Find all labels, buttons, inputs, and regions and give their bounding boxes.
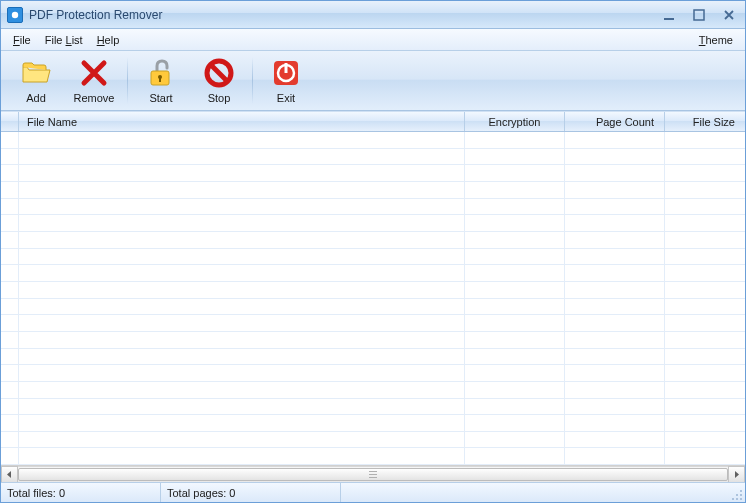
table-row <box>1 232 745 249</box>
table-row <box>1 349 745 366</box>
table-row <box>1 332 745 349</box>
toolbar: Add Remove Start <box>1 51 745 111</box>
svg-point-11 <box>736 494 738 496</box>
column-filesize[interactable]: File Size <box>665 112 745 131</box>
column-selector[interactable] <box>1 112 19 131</box>
app-window: PDF Protection Remover File File List He… <box>0 0 746 503</box>
svg-point-10 <box>740 490 742 492</box>
close-button[interactable] <box>719 7 739 23</box>
add-label: Add <box>26 92 46 104</box>
titlebar: PDF Protection Remover <box>1 1 745 29</box>
scroll-track[interactable] <box>18 466 728 483</box>
svg-rect-9 <box>285 63 288 73</box>
scroll-right-button[interactable] <box>728 466 745 483</box>
window-title: PDF Protection Remover <box>29 8 659 22</box>
svg-point-15 <box>740 498 742 500</box>
unlock-icon <box>145 57 177 89</box>
status-total-files: Total files: 0 <box>1 483 161 502</box>
table-row <box>1 149 745 166</box>
statusbar: Total files: 0 Total pages: 0 <box>1 482 745 502</box>
menu-filelist[interactable]: File List <box>39 32 89 48</box>
toolgroup-file: Add Remove <box>7 53 123 108</box>
scroll-thumb[interactable] <box>18 468 728 481</box>
menu-file[interactable]: File <box>7 32 37 48</box>
resize-grip[interactable] <box>727 485 743 501</box>
table-row <box>1 249 745 266</box>
table-row <box>1 299 745 316</box>
stop-label: Stop <box>208 92 231 104</box>
app-icon <box>7 7 23 23</box>
table-row <box>1 448 745 465</box>
table-row <box>1 432 745 449</box>
column-encryption[interactable]: Encryption <box>465 112 565 131</box>
svg-rect-5 <box>159 77 161 82</box>
start-label: Start <box>149 92 172 104</box>
table-row <box>1 132 745 149</box>
svg-point-0 <box>12 11 18 17</box>
table-row <box>1 315 745 332</box>
table-row <box>1 165 745 182</box>
add-button[interactable]: Add <box>7 53 65 108</box>
file-table: File Name Encryption Page Count File Siz… <box>1 111 745 482</box>
table-body[interactable] <box>1 132 745 465</box>
status-total-pages: Total pages: 0 <box>161 483 341 502</box>
table-row <box>1 399 745 416</box>
toolgroup-exit: Exit <box>257 53 315 108</box>
horizontal-scrollbar[interactable] <box>1 465 745 482</box>
x-delete-icon <box>78 57 110 89</box>
table-row <box>1 415 745 432</box>
remove-button[interactable]: Remove <box>65 53 123 108</box>
table-row <box>1 215 745 232</box>
start-button[interactable]: Start <box>132 53 190 108</box>
exit-button[interactable]: Exit <box>257 53 315 108</box>
table-row <box>1 182 745 199</box>
svg-point-14 <box>736 498 738 500</box>
menubar: File File List Help Theme <box>1 29 745 51</box>
svg-rect-1 <box>664 18 674 20</box>
toolbar-separator <box>127 57 128 104</box>
toolbar-separator <box>252 57 253 104</box>
column-filename[interactable]: File Name <box>19 112 465 131</box>
stop-icon <box>203 57 235 89</box>
svg-rect-2 <box>694 10 704 20</box>
svg-point-13 <box>732 498 734 500</box>
minimize-button[interactable] <box>659 7 679 23</box>
power-icon <box>270 57 302 89</box>
svg-point-12 <box>740 494 742 496</box>
stop-button[interactable]: Stop <box>190 53 248 108</box>
table-row <box>1 282 745 299</box>
menu-help[interactable]: Help <box>91 32 126 48</box>
folder-open-icon <box>20 57 52 89</box>
table-row <box>1 265 745 282</box>
scroll-left-button[interactable] <box>1 466 18 483</box>
table-row <box>1 199 745 216</box>
menu-theme[interactable]: Theme <box>693 32 739 48</box>
table-row <box>1 365 745 382</box>
table-row <box>1 382 745 399</box>
table-header: File Name Encryption Page Count File Siz… <box>1 112 745 132</box>
window-controls <box>659 7 739 23</box>
maximize-button[interactable] <box>689 7 709 23</box>
toolgroup-run: Start Stop <box>132 53 248 108</box>
column-pagecount[interactable]: Page Count <box>565 112 665 131</box>
remove-label: Remove <box>74 92 115 104</box>
exit-label: Exit <box>277 92 295 104</box>
